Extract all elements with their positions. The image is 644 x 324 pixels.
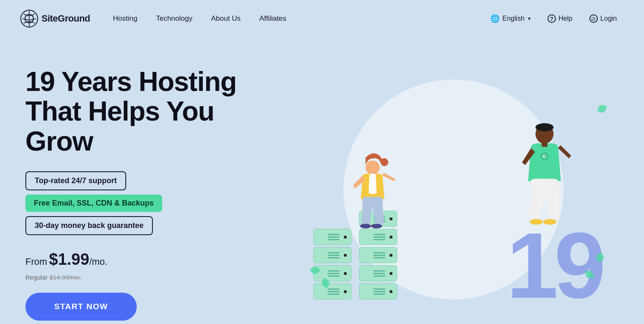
- language-label: English: [502, 15, 524, 22]
- server-line: [328, 275, 340, 277]
- server-unit: [313, 247, 351, 263]
- server-line: [328, 288, 340, 290]
- server-unit: [359, 247, 397, 263]
- svg-point-4: [360, 224, 371, 228]
- hero-content: 19 Years Hosting That Helps You Grow Top…: [25, 58, 288, 321]
- svg-point-7: [536, 123, 554, 131]
- nav-left: SiteGround Hosting Technology About Us A…: [20, 10, 294, 27]
- hero-badges: Top-rated 24/7 support Free Email, SSL, …: [25, 171, 288, 235]
- server-dot: [344, 272, 347, 275]
- hero-title-line1: 19 Years Hosting: [25, 66, 237, 97]
- hero-price: From $1.99/mo.: [25, 250, 288, 269]
- help-label: Help: [558, 15, 572, 22]
- nav-right: 🌐 English ▾ ? Help ⊙ Login: [484, 11, 624, 27]
- server-line: [373, 294, 385, 295]
- nav-link-about[interactable]: About Us: [203, 11, 248, 26]
- logo[interactable]: SiteGround: [20, 10, 90, 27]
- character-man-illustration: G: [513, 113, 576, 240]
- hero-section: 19 Years Hosting That Helps You Grow Top…: [0, 37, 644, 324]
- server-dot: [344, 290, 347, 293]
- price-suffix: /mo.: [89, 256, 108, 267]
- server-line: [328, 294, 340, 295]
- price-regular-old: $14.99/mo.: [50, 274, 81, 281]
- price-regular-label: Regular: [25, 274, 48, 281]
- nav-link-affiliates[interactable]: Affiliates: [252, 11, 294, 26]
- translate-icon: 🌐: [490, 14, 500, 23]
- svg-point-3: [365, 161, 379, 175]
- help-icon: ?: [547, 14, 556, 23]
- svg-text:G: G: [542, 154, 546, 159]
- server-lines: [373, 252, 385, 258]
- server-lines: [373, 270, 385, 277]
- badge-support: Top-rated 24/7 support: [25, 171, 126, 190]
- chevron-down-icon: ▾: [528, 16, 531, 22]
- price-amount: $1.99: [49, 250, 89, 268]
- server-dot: [344, 254, 347, 257]
- server-line: [373, 255, 385, 256]
- svg-point-5: [371, 224, 382, 228]
- start-now-button[interactable]: START NOW: [25, 293, 137, 321]
- server-line: [373, 257, 385, 258]
- server-unit: [313, 265, 351, 281]
- help-link[interactable]: ? Help: [541, 11, 579, 26]
- server-line: [328, 273, 340, 274]
- server-unit: [359, 265, 397, 281]
- logo-icon: [20, 10, 38, 27]
- server-lines: [328, 288, 340, 295]
- server-dot: [390, 254, 392, 257]
- server-unit: [313, 283, 351, 299]
- person-icon: ⊙: [589, 14, 598, 23]
- logo-text: SiteGround: [41, 13, 90, 24]
- svg-point-10: [530, 219, 543, 225]
- server-lines: [328, 252, 340, 258]
- hero-title-line2: That Helps You Grow: [25, 96, 214, 156]
- server-line: [328, 252, 340, 253]
- price-regular: Regular $14.99/mo.: [25, 274, 288, 281]
- login-label: Login: [600, 15, 617, 22]
- badge-money-back: 30-day money back guarantee: [25, 216, 153, 235]
- server-line: [328, 239, 340, 240]
- nav-links: Hosting Technology About Us Affiliates: [105, 11, 294, 26]
- server-dot: [390, 290, 392, 293]
- leaf-decoration: [597, 104, 607, 113]
- login-link[interactable]: ⊙ Login: [583, 11, 624, 26]
- hero-illustration: 19: [288, 54, 619, 324]
- server-lines: [328, 234, 340, 240]
- nav-link-technology[interactable]: Technology: [148, 11, 200, 26]
- server-line: [328, 236, 340, 238]
- server-line: [328, 255, 340, 256]
- server-unit: [359, 283, 397, 299]
- svg-point-11: [543, 219, 556, 225]
- server-line: [373, 275, 385, 277]
- badge-free: Free Email, SSL, CDN & Backups: [25, 195, 162, 212]
- server-dot: [390, 272, 392, 275]
- nav-link-hosting[interactable]: Hosting: [105, 11, 145, 26]
- price-from-label: From: [25, 256, 47, 267]
- server-lines: [373, 288, 385, 295]
- navbar: SiteGround Hosting Technology About Us A…: [0, 0, 644, 37]
- server-line: [373, 252, 385, 253]
- server-line: [373, 288, 385, 290]
- server-line: [328, 234, 340, 235]
- server-line: [328, 257, 340, 258]
- server-lines: [328, 270, 340, 277]
- svg-rect-12: [542, 141, 547, 147]
- hero-title: 19 Years Hosting That Helps You Grow: [25, 67, 288, 156]
- server-line: [328, 270, 340, 272]
- server-line: [373, 270, 385, 272]
- language-selector[interactable]: 🌐 English ▾: [484, 11, 537, 27]
- character-woman-illustration: [339, 130, 406, 240]
- server-line: [373, 273, 385, 274]
- server-line: [328, 291, 340, 292]
- server-line: [373, 291, 385, 292]
